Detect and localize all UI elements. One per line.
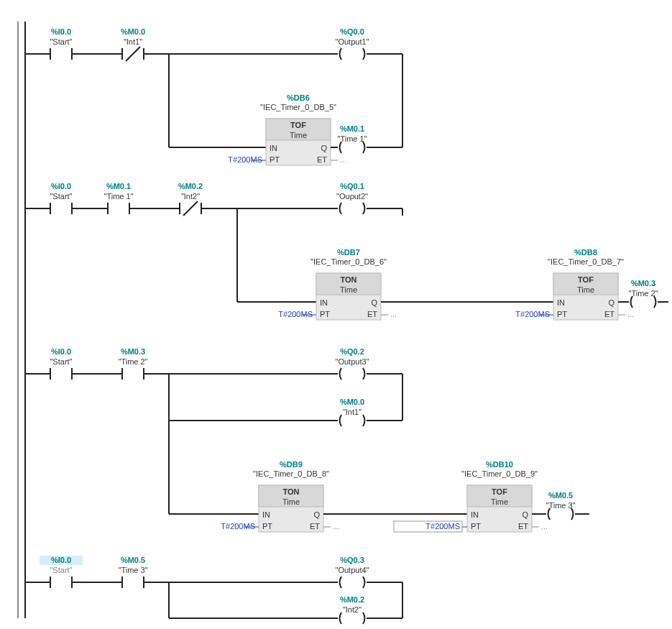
ladder-diagram: %I0.0 "Start" %M0.0 "Int1" %Q0.0 "Output… <box>0 0 672 629</box>
svg-text:T#200MS[interactable]: T#200MS <box>515 310 550 318</box>
svg-text:%M0.2: %M0.2 <box>340 595 364 604</box>
svg-text:"Time 2": "Time 2" <box>628 289 658 298</box>
svg-text:"Time 3": "Time 3" <box>118 566 147 574</box>
svg-text:%M0.5: %M0.5 <box>121 556 145 564</box>
svg-text:%M0.2: %M0.2 <box>178 182 203 190</box>
svg-text:"IEC_Timer_0_DB_7": "IEC_Timer_0_DB_7" <box>548 257 624 266</box>
svg-text:"Start": "Start" <box>50 192 72 201</box>
rung-3: %I0.0 "Start" %M0.3 "Time 2" %Q0.2 "Outp… <box>25 347 589 532</box>
svg-text:...: ... <box>390 310 397 318</box>
svg-text:IN: IN <box>262 510 270 519</box>
fb-tof-db8[interactable]: %DB8 "IEC_Timer_0_DB_7" TOF Time IN Q PT… <box>548 248 624 320</box>
svg-text:PT: PT <box>471 522 481 531</box>
fb-tof-db6[interactable]: %DB6 "IEC_Timer_0_DB_5" TOF Time IN Q PT… <box>260 93 336 165</box>
svg-text:"Int2": "Int2" <box>181 192 200 201</box>
svg-text:Time: Time <box>290 131 307 139</box>
svg-text:"Start": "Start" <box>50 566 72 574</box>
svg-text:PT: PT <box>270 155 280 164</box>
rung-2: %I0.0 "Start" %M0.1 "Time 1" %M0.2 "Int2… <box>25 182 668 320</box>
svg-text:...: ... <box>541 522 548 531</box>
svg-text:IN: IN <box>320 298 328 307</box>
svg-text:%Q0.0: %Q0.0 <box>340 27 364 36</box>
svg-text:ET: ET <box>604 310 615 318</box>
svg-line-8 <box>126 47 140 61</box>
svg-text:ET: ET <box>367 310 377 318</box>
svg-text:ET: ET <box>317 155 327 164</box>
svg-text:ET: ET <box>310 522 320 531</box>
svg-text:%M0.0: %M0.0 <box>121 27 145 36</box>
svg-text:T#200MS[interactable]: T#200MS <box>425 522 460 531</box>
svg-text:%Q0.3: %Q0.3 <box>340 556 364 564</box>
svg-text:PT: PT <box>557 310 567 318</box>
svg-text:"Time 2": "Time 2" <box>118 357 147 366</box>
svg-text:%M0.3: %M0.3 <box>121 347 145 356</box>
svg-text:%M0.3: %M0.3 <box>631 279 655 288</box>
svg-text:T#200MS[interactable]: T#200MS <box>278 310 313 318</box>
svg-text:%DB7: %DB7 <box>337 248 360 257</box>
svg-text:Time: Time <box>340 285 357 294</box>
name: "Start" <box>50 37 72 46</box>
contact-no-time3[interactable]: %M0.5 "Time 3" <box>118 556 147 588</box>
rung-1: %I0.0 "Start" %M0.0 "Int1" %Q0.0 "Output… <box>25 27 402 165</box>
svg-text:...: ... <box>333 522 339 531</box>
contact-no-time1[interactable]: %M0.1 "Time 1" <box>103 182 133 214</box>
svg-text:IN: IN <box>471 510 479 519</box>
svg-text:"Time 3": "Time 3" <box>546 501 575 510</box>
fb-ton-db9[interactable]: %DB9 "IEC_Timer_0_DB_8" TON Time IN Q PT… <box>253 460 329 532</box>
contact-no-start[interactable]: %I0.0 "Start" <box>50 347 72 380</box>
contact-no-start[interactable]: %I0.0 "Start" <box>50 182 72 214</box>
svg-text:Q: Q <box>608 298 615 307</box>
svg-text:%DB9: %DB9 <box>280 460 303 469</box>
svg-text:"Int1": "Int1" <box>343 408 362 416</box>
svg-text:Q: Q <box>522 510 528 519</box>
svg-text:"Start": "Start" <box>50 357 72 366</box>
coil-output1[interactable]: %Q0.0 "Output1" <box>336 27 369 60</box>
svg-text:%M0.5: %M0.5 <box>548 491 573 500</box>
svg-text:%I0.0: %I0.0 <box>51 556 71 564</box>
svg-text:ET: ET <box>518 522 528 531</box>
svg-text:%Q0.2: %Q0.2 <box>340 347 364 356</box>
svg-text:%Q0.1: %Q0.1 <box>340 182 364 190</box>
svg-text:Q: Q <box>321 144 327 152</box>
fb-tof-db10[interactable]: %DB10 "IEC_Timer_0_DB_9" TOF Time IN Q P… <box>461 460 538 532</box>
svg-text:"Output1": "Output1" <box>336 37 369 46</box>
fb-ton-db7[interactable]: %DB7 "IEC_Timer_0_DB_6" TON Time IN Q PT… <box>310 248 387 320</box>
svg-text:TON: TON <box>282 487 299 496</box>
contact-nc-int1[interactable]: %M0.0 "Int1" <box>121 27 145 61</box>
coil-output4[interactable]: %Q0.3 "Output4" <box>336 556 369 588</box>
svg-text:%M0.1: %M0.1 <box>340 124 364 133</box>
contact-no-start-selected[interactable]: %I0.0 "Start" <box>40 556 83 588</box>
svg-text:"Int2": "Int2" <box>343 605 362 614</box>
svg-text:%M0.1: %M0.1 <box>106 182 131 190</box>
pt-value[interactable]: T#200MS <box>228 155 262 164</box>
contact-nc-int2[interactable]: %M0.2 "Int2" <box>178 182 203 216</box>
svg-text:"IEC_Timer_0_DB_5": "IEC_Timer_0_DB_5" <box>260 103 336 111</box>
svg-text:Time: Time <box>577 285 594 294</box>
svg-text:Q: Q <box>371 298 377 307</box>
svg-text:%DB8: %DB8 <box>574 248 597 257</box>
rung-4: %I0.0 "Start" %M0.5 "Time 3" %Q0.3 "Outp… <box>25 556 402 624</box>
contact-no-time2[interactable]: %M0.3 "Time 2" <box>118 347 147 380</box>
svg-text:"Int1": "Int1" <box>124 37 142 46</box>
svg-text:%M0.0: %M0.0 <box>340 398 364 406</box>
svg-text:IN: IN <box>270 144 277 152</box>
coil-int2[interactable]: %M0.2 "Int2" <box>340 595 365 624</box>
svg-text:IN: IN <box>557 298 565 307</box>
svg-text:TOF: TOF <box>578 275 594 284</box>
svg-text:Q: Q <box>313 510 320 519</box>
svg-text:PT: PT <box>262 522 272 531</box>
contact-no-start[interactable]: %I0.0 "Start" <box>50 27 72 60</box>
svg-line-48 <box>183 201 198 216</box>
coil-int1[interactable]: %M0.0 "Int1" <box>340 398 365 426</box>
svg-text:"Ouput2": "Ouput2" <box>336 192 368 201</box>
svg-text:"Output4": "Output4" <box>336 566 369 574</box>
svg-text:Time: Time <box>282 497 300 506</box>
coil-output3[interactable]: %Q0.2 "Output3" <box>336 347 369 380</box>
coil-time2[interactable]: %M0.3 "Time 2" <box>628 279 658 308</box>
svg-text:T#200MS[interactable]: T#200MS <box>221 522 255 531</box>
svg-text:TOF: TOF <box>290 121 306 129</box>
coil-time1[interactable]: %M0.1 "Time 1" <box>337 124 367 153</box>
coil-output2[interactable]: %Q0.1 "Ouput2" <box>336 182 368 214</box>
coil-time3[interactable]: %M0.5 "Time 3" <box>546 491 575 520</box>
svg-text:"Time 1": "Time 1" <box>337 134 367 143</box>
